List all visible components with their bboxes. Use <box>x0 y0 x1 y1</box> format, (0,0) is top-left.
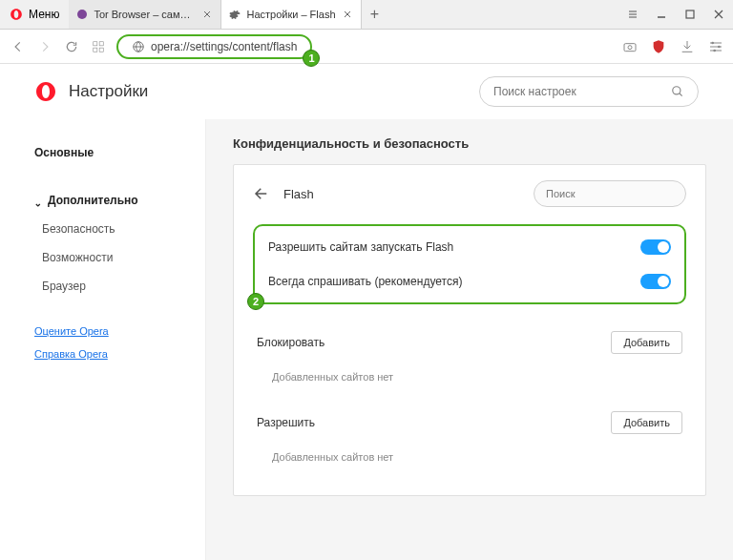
back-arrow-icon[interactable] <box>253 185 270 202</box>
toggle-group-highlight: Разрешить сайтам запускать Flash Всегда … <box>253 224 686 304</box>
settings-search-input[interactable] <box>493 85 663 98</box>
block-list-section: Блокировать Добавить Добавленных сайтов … <box>253 323 686 392</box>
page-header: Настройки <box>0 64 733 119</box>
tab-title: Tor Browser – самый защи <box>94 9 196 20</box>
annotation-badge-2: 2 <box>247 293 264 310</box>
main-content: Конфиденциальность и безопасность Flash … <box>206 119 733 560</box>
toggle-label: Разрешить сайтам запускать Flash <box>268 240 453 254</box>
toggle-row-allow-flash: Разрешить сайтам запускать Flash <box>264 230 675 264</box>
url-input[interactable]: opera://settings/content/flash <box>116 34 312 59</box>
search-icon <box>671 85 684 98</box>
block-empty-message: Добавленных сайтов нет <box>253 362 686 392</box>
tab-settings-flash[interactable]: Настройки – Flash <box>221 0 361 29</box>
sidebar-item-features[interactable]: Возможности <box>0 243 205 272</box>
tor-favicon-icon <box>76 9 88 20</box>
card-title: Flash <box>283 187 520 201</box>
opera-logo-icon <box>34 80 57 103</box>
allow-list-section: Разрешить Добавить Добавленных сайтов не… <box>253 404 686 472</box>
window-controls <box>618 0 733 29</box>
minimize-button[interactable] <box>647 0 676 30</box>
svg-rect-2 <box>94 41 97 45</box>
tabs-container: Tor Browser – самый защи Настройки – Fla… <box>69 0 618 29</box>
svg-point-0 <box>77 10 87 19</box>
svg-rect-4 <box>94 48 97 52</box>
allow-label: Разрешить <box>257 416 315 429</box>
menu-label: Меню <box>29 8 59 21</box>
back-button[interactable] <box>10 38 27 55</box>
card-search[interactable] <box>534 180 686 207</box>
tab-tor-browser[interactable]: Tor Browser – самый защи <box>69 0 221 29</box>
window-menu-icon[interactable] <box>618 0 647 30</box>
annotation-badge-1: 1 <box>303 50 320 67</box>
titlebar: Меню Tor Browser – самый защи Настройки … <box>0 0 733 30</box>
url-text: opera://settings/content/flash <box>151 40 297 53</box>
svg-rect-7 <box>624 43 636 51</box>
card-search-input[interactable] <box>546 188 678 199</box>
close-icon[interactable] <box>201 9 213 20</box>
forward-button[interactable] <box>36 38 53 55</box>
svg-rect-5 <box>99 48 103 52</box>
easy-setup-icon[interactable] <box>708 39 723 54</box>
allow-empty-message: Добавленных сайтов нет <box>253 442 686 472</box>
toggle-allow-flash[interactable] <box>640 239 671 255</box>
add-block-button[interactable]: Добавить <box>611 331 682 354</box>
maximize-button[interactable] <box>676 0 704 30</box>
camera-icon[interactable] <box>622 39 638 54</box>
close-window-button[interactable] <box>704 0 733 30</box>
address-bar: opera://settings/content/flash 1 <box>0 30 733 64</box>
section-title: Конфиденциальность и безопасность <box>233 136 706 151</box>
page-title: Настройки <box>69 82 479 101</box>
sidebar-item-main[interactable]: Основные <box>0 138 205 167</box>
svg-point-9 <box>711 41 714 44</box>
shield-icon[interactable] <box>651 39 666 54</box>
svg-point-11 <box>713 49 716 52</box>
sidebar-link-rate[interactable]: Оцените Opera <box>0 320 205 342</box>
sidebar-item-advanced[interactable]: Дополнительно <box>0 186 205 215</box>
tab-title: Настройки – Flash <box>246 9 335 20</box>
block-label: Блокировать <box>257 336 325 349</box>
new-tab-button[interactable]: + <box>362 0 388 29</box>
close-icon[interactable] <box>342 9 353 20</box>
gear-icon <box>229 9 241 20</box>
svg-rect-1 <box>686 10 694 18</box>
toggle-row-always-ask: Всегда спрашивать (рекомендуется) <box>264 264 675 299</box>
download-icon[interactable] <box>680 39 695 54</box>
reload-button[interactable] <box>63 38 80 55</box>
sidebar-link-help[interactable]: Справка Opera <box>0 342 205 365</box>
sidebar-item-browser[interactable]: Браузер <box>0 272 205 301</box>
svg-rect-3 <box>99 41 103 45</box>
toggle-label: Всегда спрашивать (рекомендуется) <box>268 275 462 288</box>
svg-point-12 <box>673 87 681 94</box>
settings-search[interactable] <box>479 76 699 107</box>
sidebar-item-security[interactable]: Безопасность <box>0 215 205 243</box>
globe-icon <box>132 40 145 53</box>
toggle-always-ask[interactable] <box>640 274 671 289</box>
flash-settings-card: Flash Разрешить сайтам запускать Flash В… <box>233 164 706 496</box>
svg-point-8 <box>628 45 632 49</box>
menu-button[interactable]: Меню <box>0 0 69 29</box>
add-allow-button[interactable]: Добавить <box>611 411 682 434</box>
svg-point-10 <box>718 45 721 48</box>
speed-dial-button[interactable] <box>90 38 107 55</box>
sidebar: Основные Дополнительно Безопасность Возм… <box>0 119 206 560</box>
opera-logo-icon <box>10 8 23 21</box>
